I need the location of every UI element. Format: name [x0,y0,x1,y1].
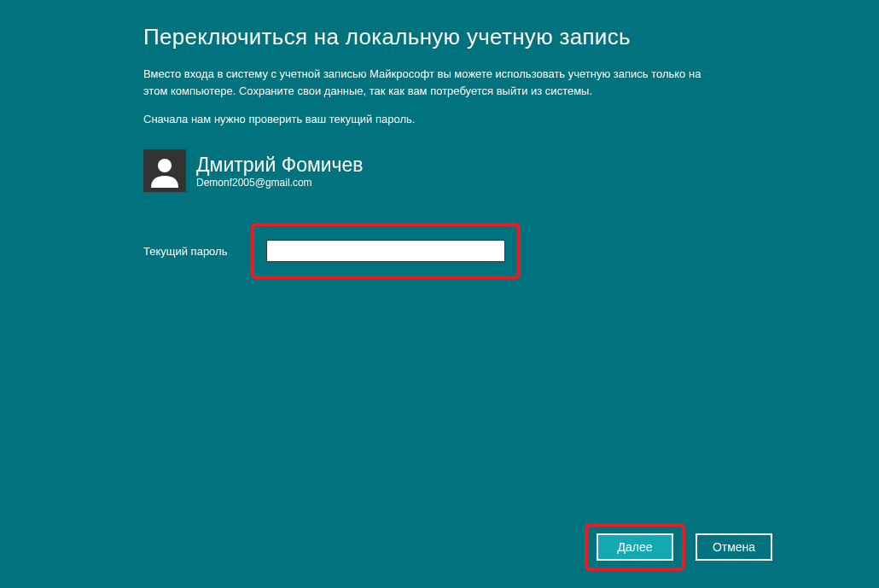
next-button[interactable]: Далее [597,533,673,561]
cancel-button[interactable]: Отмена [696,533,772,561]
user-icon [148,154,182,188]
user-details: Дмитрий Фомичев Demonf2005@gmail.com [196,154,364,189]
user-info-block: Дмитрий Фомичев Demonf2005@gmail.com [143,149,879,192]
svg-point-0 [158,159,172,172]
description-text: Вместо входа в систему с учетной записью… [143,66,715,99]
page-title: Переключиться на локальную учетную запис… [143,24,879,50]
password-label: Текущий пароль [143,245,239,258]
switch-account-dialog: Переключиться на локальную учетную запис… [0,0,879,588]
password-row: Текущий пароль [143,223,879,279]
avatar [143,149,186,192]
highlight-password-input [251,223,521,279]
user-email: Demonf2005@gmail.com [196,177,364,189]
user-name: Дмитрий Фомичев [196,154,364,177]
highlight-next-button: Далее [585,523,685,571]
subdescription-text: Сначала нам нужно проверить ваш текущий … [143,113,879,125]
current-password-input[interactable] [266,240,505,262]
button-bar: Далее Отмена [585,523,772,571]
